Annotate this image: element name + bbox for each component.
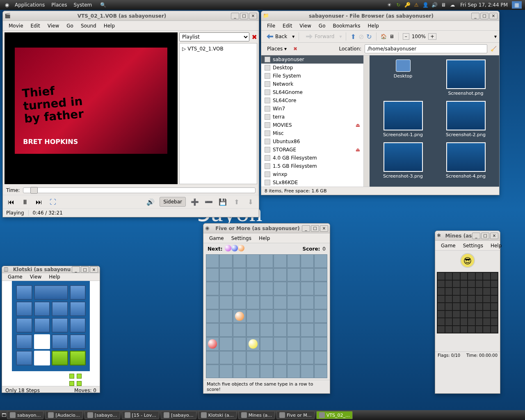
- mine-cell[interactable]: [461, 281, 468, 288]
- movie-menu[interactable]: Movie: [5, 22, 27, 30]
- settings-menu[interactable]: Settings: [228, 235, 255, 242]
- tray-key-icon[interactable]: 🔑: [404, 1, 411, 9]
- board-cell[interactable]: [314, 282, 327, 295]
- board-cell[interactable]: [219, 323, 233, 337]
- klotski-tile[interactable]: [16, 285, 32, 300]
- taskbar-item[interactable]: Klotski (a…: [198, 411, 237, 419]
- close-button[interactable]: ×: [320, 225, 328, 232]
- board-cell[interactable]: [233, 282, 246, 295]
- klotski-tile[interactable]: [34, 318, 50, 333]
- playlist-item[interactable]: ▷ VTS_02_1.VOB: [181, 45, 255, 52]
- board-cell[interactable]: [219, 268, 233, 282]
- mines-board[interactable]: [437, 272, 498, 333]
- board-cell[interactable]: [206, 268, 219, 282]
- klotski-tile[interactable]: [16, 351, 32, 365]
- maximize-button[interactable]: □: [480, 13, 488, 19]
- mine-cell[interactable]: [445, 318, 452, 325]
- file-item[interactable]: Screenshot-2.png: [436, 101, 495, 137]
- system-menu[interactable]: System: [70, 2, 95, 8]
- playlist-close-icon[interactable]: ✖: [252, 33, 257, 41]
- tray-volume-icon[interactable]: 🔊: [431, 1, 438, 9]
- board-cell[interactable]: [233, 323, 246, 337]
- mine-cell[interactable]: [438, 288, 445, 295]
- applications-menu[interactable]: Applications: [11, 2, 48, 8]
- tray-user-icon[interactable]: 👤: [422, 1, 429, 9]
- mine-cell[interactable]: [438, 311, 445, 318]
- klotski-titlebar[interactable]: ◫ Klotski (as sabayonu _ □ ×: [2, 266, 100, 273]
- mines-titlebar[interactable]: ✱ Mines (as _ □ ×: [435, 231, 500, 241]
- mine-cell[interactable]: [476, 326, 483, 333]
- board-cell[interactable]: [260, 296, 273, 309]
- home-button[interactable]: 🏠: [381, 34, 387, 39]
- board-cell[interactable]: [314, 268, 327, 282]
- board-cell[interactable]: [301, 310, 314, 323]
- mine-cell[interactable]: [445, 281, 452, 288]
- mine-cell[interactable]: [491, 288, 498, 295]
- maximize-button[interactable]: □: [81, 266, 89, 273]
- taskbar-item[interactable]: [Audacio…: [45, 411, 82, 419]
- game-ball[interactable]: [235, 312, 244, 321]
- volume-icon[interactable]: 🔊: [146, 197, 155, 207]
- tray-sun-icon[interactable]: ☀: [386, 1, 393, 9]
- board-cell[interactable]: [206, 282, 219, 295]
- board-cell[interactable]: [233, 337, 246, 351]
- close-button[interactable]: ×: [90, 266, 98, 273]
- board-cell[interactable]: [247, 254, 260, 268]
- board-cell[interactable]: [314, 337, 327, 351]
- help-menu[interactable]: Help: [46, 273, 63, 281]
- mine-cell[interactable]: [438, 303, 445, 310]
- board-cell[interactable]: [260, 282, 273, 295]
- places-menu[interactable]: Places: [48, 2, 70, 8]
- taskbar-item[interactable]: [sabayo…: [161, 411, 196, 419]
- board-cell[interactable]: [287, 268, 300, 282]
- board-cell[interactable]: [260, 310, 273, 323]
- board-cell[interactable]: [314, 323, 327, 337]
- playlist-remove-button[interactable]: ➖: [204, 197, 214, 207]
- board-cell[interactable]: [274, 254, 287, 268]
- show-desktop-icon[interactable]: 🗔: [2, 413, 6, 418]
- mine-cell[interactable]: [453, 273, 460, 280]
- board-cell[interactable]: [219, 337, 233, 351]
- sabayon-logo-icon[interactable]: ◉: [3, 1, 11, 9]
- up-button[interactable]: ⬆: [350, 33, 356, 41]
- board-cell[interactable]: [274, 310, 287, 323]
- file-browser-titlebar[interactable]: 📁 sabayonuser - File Browser (as sabayon…: [261, 11, 499, 21]
- mine-cell[interactable]: [491, 303, 498, 310]
- board-cell[interactable]: [287, 323, 300, 337]
- klotski-tile[interactable]: [70, 318, 86, 333]
- board-cell[interactable]: [247, 365, 260, 378]
- board-cell[interactable]: [247, 323, 260, 337]
- mine-cell[interactable]: [468, 273, 475, 280]
- mine-cell[interactable]: [438, 318, 445, 325]
- board-cell[interactable]: [233, 296, 246, 309]
- place-item[interactable]: Desktop: [261, 64, 363, 72]
- go-menu[interactable]: Go: [315, 22, 329, 30]
- mine-cell[interactable]: [453, 318, 460, 325]
- file-item[interactable]: Screenshot-4.png: [436, 142, 495, 179]
- mine-cell[interactable]: [491, 281, 498, 288]
- mine-cell[interactable]: [483, 273, 490, 280]
- reload-button[interactable]: ↻: [366, 33, 372, 41]
- place-item[interactable]: 4.0 GB Filesystem: [261, 154, 363, 162]
- tray-warning-icon[interactable]: ⚠: [413, 1, 420, 9]
- mine-cell[interactable]: [438, 326, 445, 333]
- place-item[interactable]: SL64Core: [261, 96, 363, 105]
- board-cell[interactable]: [219, 254, 233, 268]
- board-cell[interactable]: [314, 351, 327, 365]
- board-cell[interactable]: [233, 310, 246, 323]
- mine-cell[interactable]: [476, 273, 483, 280]
- close-button[interactable]: ×: [249, 13, 257, 19]
- place-item[interactable]: Ubuntux86: [261, 137, 363, 146]
- mine-cell[interactable]: [461, 288, 468, 295]
- mine-cell[interactable]: [468, 318, 475, 325]
- file-item[interactable]: Screenshot-1.png: [374, 101, 432, 137]
- view-mode-dropdown[interactable]: ▾: [494, 34, 497, 39]
- klotski-tile[interactable]: [34, 301, 50, 316]
- mines-face-button[interactable]: 😎: [460, 253, 475, 268]
- playlist-add-button[interactable]: ➕: [190, 197, 200, 207]
- board-cell[interactable]: [287, 337, 300, 351]
- board-cell[interactable]: [247, 268, 260, 282]
- board-cell[interactable]: [314, 310, 327, 323]
- klotski-tile[interactable]: [70, 301, 86, 316]
- minimize-button[interactable]: _: [302, 225, 310, 232]
